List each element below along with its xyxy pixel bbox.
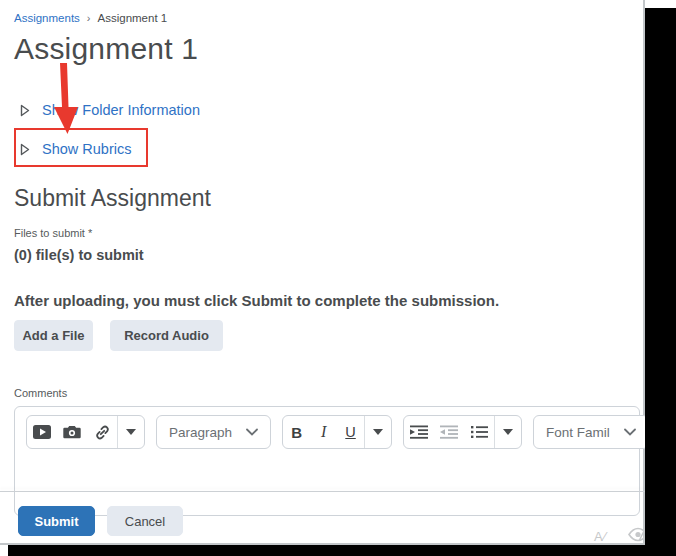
bold-button[interactable]: B <box>283 416 310 448</box>
insert-stuff-icon[interactable] <box>27 416 57 448</box>
toggle-rubrics[interactable]: Show Rubrics <box>14 139 643 159</box>
insert-image-camera-icon[interactable] <box>57 416 87 448</box>
paragraph-format-group: Paragraph <box>156 415 271 449</box>
comments-editor: Paragraph B I U <box>14 406 640 516</box>
cancel-button[interactable]: Cancel <box>107 506 183 536</box>
collapsible-links: Show Folder Information Show Rubrics <box>14 100 643 159</box>
breadcrumb: Assignments › Assignment 1 <box>14 8 643 24</box>
toggle-folder-information[interactable]: Show Folder Information <box>14 100 643 120</box>
indent-icon[interactable] <box>404 416 434 448</box>
list-more-caret-icon[interactable] <box>494 416 521 448</box>
insert-link-icon[interactable] <box>87 416 117 448</box>
page-title: Assignment 1 <box>14 32 643 66</box>
bullet-list-icon[interactable] <box>464 416 494 448</box>
breadcrumb-link-assignments[interactable]: Assignments <box>14 12 80 24</box>
font-family-value: Font Famil <box>546 425 610 440</box>
show-rubrics-link[interactable]: Show Rubrics <box>42 141 131 157</box>
text-style-group: B I U <box>282 415 392 449</box>
breadcrumb-separator-icon: › <box>87 12 91 24</box>
accessibility-check-icon[interactable]: A⁄ <box>594 529 607 544</box>
frame-shadow-right <box>645 8 676 556</box>
chevron-down-icon <box>246 428 258 436</box>
paragraph-format-dropdown[interactable]: Paragraph <box>157 416 270 448</box>
editor-utility-icons: A⁄ <box>594 527 649 546</box>
files-to-submit-label: Files to submit * <box>14 227 643 239</box>
editor-toolbar: Paragraph B I U <box>15 407 639 449</box>
text-style-caret-icon[interactable] <box>364 416 391 448</box>
show-folder-information-link[interactable]: Show Folder Information <box>42 102 200 118</box>
font-family-group: Font Famil <box>533 415 649 449</box>
italic-button[interactable]: I <box>310 416 337 448</box>
upload-note: After uploading, you must click Submit t… <box>14 292 643 309</box>
insert-more-caret-icon[interactable] <box>117 416 144 448</box>
insert-group <box>26 415 145 449</box>
upload-buttons: Add a File Record Audio <box>14 320 643 351</box>
footer-divider <box>0 491 645 492</box>
underline-button[interactable]: U <box>337 416 364 448</box>
assignment-page: Assignments › Assignment 1 Assignment 1 … <box>0 0 645 545</box>
list-indent-group <box>403 415 522 449</box>
files-status: (0) file(s) to submit <box>14 247 643 263</box>
font-family-dropdown[interactable]: Font Famil <box>534 416 648 448</box>
add-a-file-button[interactable]: Add a File <box>14 320 93 351</box>
frame-shadow-bottom <box>8 545 676 556</box>
chevron-down-icon <box>624 428 636 436</box>
paragraph-format-value: Paragraph <box>169 425 232 440</box>
expand-triangle-icon[interactable] <box>20 104 30 117</box>
record-audio-button[interactable]: Record Audio <box>110 320 223 351</box>
form-actions: Submit Cancel <box>18 506 183 536</box>
submit-button[interactable]: Submit <box>18 506 95 536</box>
comments-label: Comments <box>14 387 643 399</box>
breadcrumb-current: Assignment 1 <box>98 12 168 24</box>
section-title: Submit Assignment <box>14 185 643 212</box>
expand-triangle-icon[interactable] <box>20 143 30 156</box>
outdent-icon[interactable] <box>434 416 464 448</box>
